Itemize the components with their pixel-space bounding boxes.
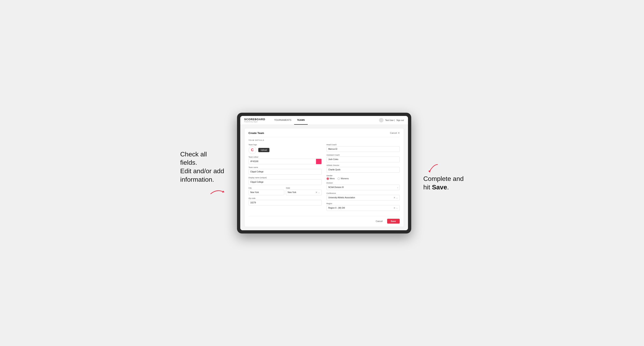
annotation-right-line1: Complete and bbox=[424, 175, 464, 182]
city-label: City bbox=[248, 187, 284, 189]
region-value: Region II - (M) DIII bbox=[328, 207, 394, 209]
region-group: Region Region II - (M) DIII ✕ ⌄ bbox=[326, 202, 400, 211]
brand: SCOREBOARD Powered by clippd bbox=[244, 118, 266, 123]
conference-chevron-icon[interactable]: ⌄ bbox=[396, 197, 398, 199]
cancel-x-button[interactable]: Cancel ✕ bbox=[390, 132, 400, 134]
colour-swatch bbox=[316, 159, 322, 164]
form-title: Create Team bbox=[248, 132, 264, 135]
gender-row: Mens Womens bbox=[326, 177, 400, 180]
gender-mens[interactable]: Mens bbox=[326, 177, 335, 180]
signout-link[interactable]: Sign out bbox=[396, 119, 404, 121]
upload-button[interactable]: Upload bbox=[258, 148, 270, 152]
left-annotation: Check all fields. Edit and/or add inform… bbox=[180, 150, 225, 196]
radio-mens-dot bbox=[326, 177, 329, 180]
city-state-group: City State New York ✕ bbox=[248, 187, 322, 195]
team-colour-group: Team colour bbox=[248, 156, 322, 164]
conference-label: Conference bbox=[326, 192, 400, 194]
state-group: State New York ✕ ⌄ bbox=[286, 187, 322, 195]
state-clear-icon[interactable]: ✕ bbox=[316, 191, 318, 194]
zip-label: Zip code bbox=[248, 197, 322, 199]
assistant-coach-group: Assistant Coach bbox=[326, 154, 400, 162]
state-select-wrap: New York ✕ ⌄ bbox=[286, 189, 322, 195]
team-colour-label: Team colour bbox=[248, 156, 322, 158]
form-grid: Team logo C Upload Team colour bbox=[248, 144, 400, 213]
region-clear-icon[interactable]: ✕ bbox=[394, 207, 396, 209]
head-coach-group: Head Coach bbox=[326, 144, 400, 152]
annotation-line3: information. bbox=[180, 176, 214, 183]
athletic-director-group: Athletic Director bbox=[326, 164, 400, 173]
display-name-group: Display name (unique) bbox=[248, 177, 322, 185]
section-label: TEAM DETAILS bbox=[248, 137, 400, 141]
division-select[interactable]: NCAA Division III bbox=[326, 184, 400, 190]
state-chevron-icon[interactable]: ⌄ bbox=[318, 191, 320, 193]
brand-subtitle: Powered by clippd bbox=[244, 121, 266, 123]
main-content: Create Team Cancel ✕ TEAM DETAILS bbox=[240, 125, 408, 230]
form-footer: Cancel Save bbox=[248, 216, 400, 224]
form-right: Head Coach Assistant Coach Athletic Dire… bbox=[326, 144, 400, 213]
logo-circle: C bbox=[248, 146, 256, 154]
annotation-period: . bbox=[447, 183, 449, 191]
gender-label: Gender bbox=[326, 174, 400, 177]
region-actions: ✕ ⌄ bbox=[394, 207, 398, 209]
conference-clear-icon[interactable]: ✕ bbox=[394, 196, 396, 199]
annotation-right-bold: Save bbox=[432, 183, 447, 191]
team-name-label: Team name bbox=[248, 166, 322, 168]
assistant-coach-label: Assistant Coach bbox=[326, 154, 400, 156]
conference-group: Conference University Athletic Associati… bbox=[326, 192, 400, 200]
annotation-right-line2: hit bbox=[424, 183, 432, 191]
brand-title: SCOREBOARD bbox=[244, 118, 266, 121]
conference-value: University Athletic Association bbox=[328, 196, 394, 199]
team-colour-input[interactable] bbox=[248, 159, 316, 164]
head-coach-label: Head Coach bbox=[326, 144, 400, 146]
city-group: City bbox=[248, 187, 284, 195]
nav-right: Test User | Sign out bbox=[379, 118, 404, 122]
svg-marker-1 bbox=[428, 170, 431, 173]
zip-input[interactable] bbox=[248, 200, 322, 205]
conference-actions: ✕ ⌄ bbox=[394, 196, 398, 199]
division-select-wrap: NCAA Division III ⌄ bbox=[326, 184, 400, 190]
right-annotation: Complete and hit Save. bbox=[424, 154, 464, 191]
state-label: State bbox=[286, 187, 322, 189]
head-coach-input[interactable] bbox=[326, 146, 400, 152]
region-chevron-icon[interactable]: ⌄ bbox=[396, 207, 398, 209]
form-left: Team logo C Upload Team colour bbox=[248, 144, 322, 213]
save-button[interactable]: Save bbox=[387, 219, 400, 224]
gender-womens[interactable]: Womens bbox=[338, 177, 349, 180]
tablet-screen: SCOREBOARD Powered by clippd TOURNAMENTS… bbox=[240, 116, 408, 230]
radio-mens-label: Mens bbox=[330, 177, 335, 180]
user-avatar bbox=[379, 118, 384, 122]
assistant-coach-input[interactable] bbox=[326, 157, 400, 162]
nav-links: TOURNAMENTS TEAMS bbox=[271, 116, 379, 125]
colour-field-wrap bbox=[248, 159, 322, 164]
display-name-input[interactable] bbox=[248, 179, 322, 185]
left-arrow bbox=[180, 188, 225, 196]
form-card-header: Create Team Cancel ✕ bbox=[248, 132, 400, 135]
division-group: Division NCAA Division III ⌄ bbox=[326, 182, 400, 190]
nav-user-text: Test User | bbox=[385, 119, 395, 121]
tablet-frame: SCOREBOARD Powered by clippd TOURNAMENTS… bbox=[237, 113, 411, 233]
right-arrow bbox=[424, 163, 464, 174]
navbar: SCOREBOARD Powered by clippd TOURNAMENTS… bbox=[240, 116, 408, 125]
gender-group: Gender Mens Womens bbox=[326, 174, 400, 180]
team-name-group: Team name bbox=[248, 166, 322, 174]
team-logo-area: C Upload bbox=[248, 146, 322, 154]
close-icon: ✕ bbox=[398, 132, 400, 134]
zip-group: Zip code bbox=[248, 197, 322, 205]
city-state-row: City State New York ✕ bbox=[248, 187, 322, 195]
cancel-button[interactable]: Cancel bbox=[373, 219, 385, 224]
display-name-label: Display name (unique) bbox=[248, 177, 322, 179]
team-logo-group: Team logo C Upload bbox=[248, 144, 322, 154]
radio-womens-dot bbox=[338, 177, 340, 180]
region-select-wrap: Region II - (M) DIII ✕ ⌄ bbox=[326, 205, 400, 211]
state-value: New York bbox=[288, 191, 316, 193]
team-name-input[interactable] bbox=[248, 169, 322, 174]
radio-womens-label: Womens bbox=[341, 177, 349, 180]
city-input[interactable] bbox=[248, 189, 284, 195]
division-label: Division bbox=[326, 182, 400, 184]
cancel-x-label: Cancel bbox=[390, 132, 397, 134]
nav-teams[interactable]: TEAMS bbox=[294, 116, 308, 125]
annotation-line1: Check all fields. bbox=[180, 151, 207, 166]
form-card: Create Team Cancel ✕ TEAM DETAILS bbox=[244, 128, 404, 227]
nav-tournaments[interactable]: TOURNAMENTS bbox=[271, 116, 294, 125]
athletic-director-input[interactable] bbox=[326, 167, 400, 173]
